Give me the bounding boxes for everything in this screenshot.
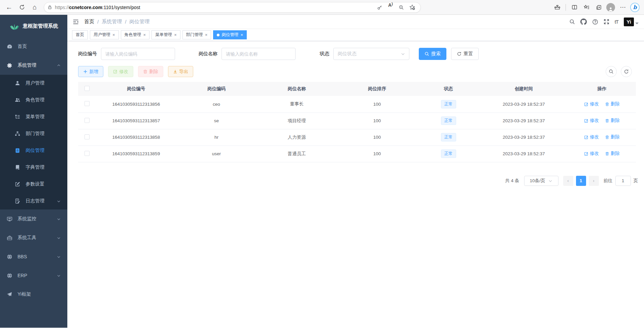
fullscreen-icon[interactable] xyxy=(604,19,609,25)
sidebar-item-param-settings[interactable]: 参数设置 xyxy=(0,176,67,193)
export-button[interactable]: 导出 xyxy=(168,66,193,77)
row-edit-link[interactable]: 修改 xyxy=(584,118,599,124)
add-button[interactable]: 新增 xyxy=(78,66,103,77)
delete-button[interactable]: 删除 xyxy=(138,66,163,77)
edit-button[interactable]: 修改 xyxy=(108,66,133,77)
close-icon[interactable]: × xyxy=(143,32,146,37)
browser-profile-avatar[interactable] xyxy=(605,2,616,13)
post-code-input[interactable] xyxy=(101,48,175,60)
row-checkbox[interactable] xyxy=(84,101,90,106)
sidebar-item-user-mgmt[interactable]: 用户管理 xyxy=(0,75,67,92)
close-icon[interactable]: × xyxy=(174,32,177,37)
close-icon[interactable]: × xyxy=(112,32,115,37)
close-icon[interactable]: × xyxy=(240,32,243,37)
help-question-icon[interactable] xyxy=(592,19,598,25)
sidebar-item-erp[interactable]: ERP xyxy=(0,266,67,285)
table-row[interactable]: 1641030593112313857 se 项目经理 100 正常 2023-… xyxy=(78,112,636,129)
status-select-placeholder: 岗位状态 xyxy=(338,51,357,57)
sidebar-item-home[interactable]: 首页 xyxy=(0,37,67,56)
app-logo[interactable]: 意框架管理系统 xyxy=(0,15,67,37)
breadcrumb-home[interactable]: 首页 xyxy=(84,19,94,25)
show-search-toggle-button[interactable] xyxy=(606,66,617,77)
row-delete-link[interactable]: 删除 xyxy=(605,151,620,157)
post-name-input[interactable] xyxy=(222,48,296,60)
table-header-row: 岗位编号 岗位编码 岗位名称 岗位排序 状态 创建时间 操作 xyxy=(78,82,636,96)
refresh-table-button[interactable] xyxy=(621,66,632,77)
next-page-button[interactable]: › xyxy=(589,176,599,186)
row-checkbox[interactable] xyxy=(84,134,90,139)
sidebar-item-label: 菜单管理 xyxy=(26,114,44,120)
sidebar-item-system-mgmt[interactable]: 系统管理 xyxy=(0,56,67,75)
row-edit-link[interactable]: 修改 xyxy=(584,151,599,157)
sidebar-item-label: 岗位管理 xyxy=(26,147,44,154)
cell-post-code: ceo xyxy=(176,96,257,112)
favorites-bar-icon[interactable] xyxy=(581,2,592,13)
sidebar-item-yi-framework[interactable]: Yi框架 xyxy=(0,285,67,304)
reset-button[interactable]: 重置 xyxy=(451,48,479,60)
sidebar-item-role-mgmt[interactable]: 角色管理 xyxy=(0,92,67,108)
cell-post-name: 普通员工 xyxy=(257,145,337,162)
browser-home-icon[interactable]: ⌂ xyxy=(29,2,40,13)
table-row[interactable]: 1641030593112313859 user 普通员工 100 正常 202… xyxy=(78,145,636,162)
search-button[interactable]: 搜索 xyxy=(419,48,446,60)
col-post-name: 岗位名称 xyxy=(257,82,337,96)
select-all-checkbox[interactable] xyxy=(84,86,90,91)
prev-page-button[interactable]: ‹ xyxy=(563,176,573,186)
sidebar-collapse-icon[interactable] xyxy=(73,19,79,25)
status-select[interactable]: 岗位状态 xyxy=(333,48,409,60)
sidebar-item-log-mgmt[interactable]: 日志管理 xyxy=(0,193,67,209)
sidebar-item-post-mgmt[interactable]: 岗位管理 xyxy=(0,142,67,159)
table-row[interactable]: 1641030593112313858 hr 人力资源 100 正常 2023-… xyxy=(78,129,636,145)
post-code-label: 岗位编号 xyxy=(78,51,97,57)
row-delete-link[interactable]: 删除 xyxy=(605,101,620,107)
sidebar-item-dept-mgmt[interactable]: 部门管理 xyxy=(0,125,67,142)
sidebar-item-system-monitor[interactable]: 系统监控 xyxy=(0,209,67,228)
split-screen-icon[interactable] xyxy=(569,2,580,13)
browser-menu-ellipsis-icon[interactable]: ⋯ xyxy=(617,2,629,13)
zoom-out-icon[interactable] xyxy=(396,2,406,12)
address-bar[interactable]: https://ccnetcore.com:1101/system/post A… xyxy=(44,2,421,13)
tab-post-mgmt[interactable]: 岗位管理× xyxy=(213,30,247,39)
tab-dept-mgmt[interactable]: 部门管理× xyxy=(182,30,211,39)
row-checkbox[interactable] xyxy=(84,151,90,156)
tab-menu-mgmt[interactable]: 菜单管理× xyxy=(151,30,180,39)
password-key-icon[interactable] xyxy=(375,2,385,12)
sidebar-item-label: 系统监控 xyxy=(18,216,36,222)
table-row[interactable]: 1641030593112313856 ceo 董事长 100 正常 2023-… xyxy=(78,96,636,112)
table-toolbar: 新增 修改 删除 导出 xyxy=(78,66,639,77)
github-icon[interactable] xyxy=(580,19,587,25)
header-search-icon[interactable] xyxy=(569,19,575,25)
text-size-icon[interactable]: tT xyxy=(615,19,618,25)
sidebar-item-dict-mgmt[interactable]: 字典管理 xyxy=(0,159,67,176)
goto-page-input[interactable] xyxy=(615,176,631,186)
cell-created: 2023-03-29 18:52:37 xyxy=(480,129,568,145)
read-aloud-icon[interactable]: A) xyxy=(385,2,396,12)
row-edit-link[interactable]: 修改 xyxy=(584,134,599,140)
row-delete-link[interactable]: 删除 xyxy=(605,134,620,140)
favorites-add-icon[interactable] xyxy=(407,2,417,12)
browser-refresh-icon[interactable] xyxy=(16,2,28,13)
tab-user-mgmt[interactable]: 用户管理× xyxy=(90,30,119,39)
page-number-1[interactable]: 1 xyxy=(576,176,586,186)
browser-back-icon[interactable]: ← xyxy=(3,2,15,13)
close-icon[interactable]: × xyxy=(205,32,208,37)
sidebar-item-bbs[interactable]: BBS xyxy=(0,247,67,266)
delete-button-label: 删除 xyxy=(149,69,158,75)
row-delete-link[interactable]: 删除 xyxy=(605,118,620,124)
collections-icon[interactable] xyxy=(593,2,604,13)
tab-home[interactable]: 首页 xyxy=(72,30,88,39)
row-edit-link[interactable]: 修改 xyxy=(584,101,599,107)
user-avatar[interactable]: Yi xyxy=(624,18,639,26)
cell-created: 2023-03-29 18:52:37 xyxy=(480,145,568,162)
tab-role-mgmt[interactable]: 角色管理× xyxy=(121,30,150,39)
page-size-select[interactable]: 10条/页 xyxy=(524,176,558,186)
row-checkbox[interactable] xyxy=(84,118,90,123)
breadcrumb: 首页 / 系统管理 / 岗位管理 xyxy=(84,19,149,25)
delete-link-label: 删除 xyxy=(611,101,620,107)
sidebar-item-menu-mgmt[interactable]: 菜单管理 xyxy=(0,108,67,125)
sidebar-item-system-tools[interactable]: 系统工具 xyxy=(0,228,67,247)
breadcrumb-separator: / xyxy=(97,19,99,25)
extensions-icon[interactable] xyxy=(551,2,563,13)
copilot-icon[interactable]: b xyxy=(629,2,641,13)
reset-button-label: 重置 xyxy=(464,51,473,57)
